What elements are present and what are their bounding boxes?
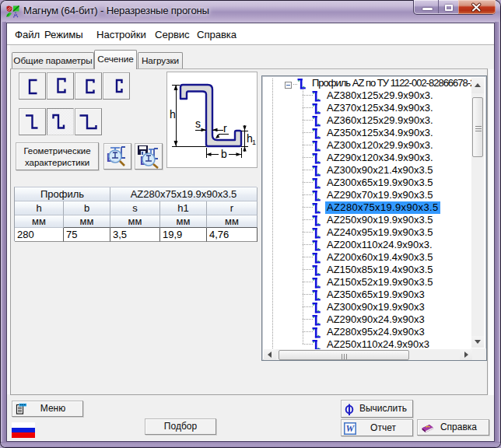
- svg-text:1: 1: [252, 138, 256, 146]
- svg-text:s: s: [195, 117, 201, 130]
- svg-text:b: b: [221, 148, 227, 160]
- svg-text:W: W: [346, 423, 356, 434]
- svg-text:r: r: [223, 122, 227, 135]
- svg-text:h: h: [170, 108, 176, 121]
